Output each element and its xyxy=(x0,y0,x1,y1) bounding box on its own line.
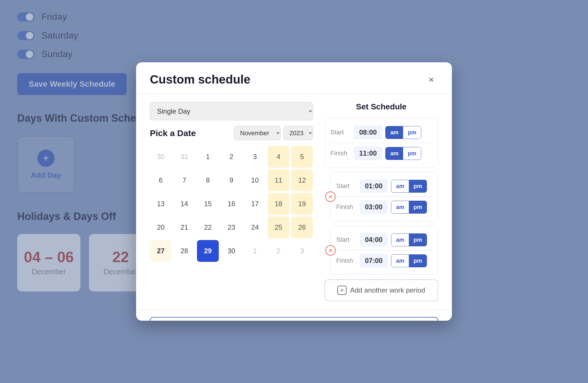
calendar-day[interactable]: 10 xyxy=(244,169,266,191)
schedule-side: Set Schedule Start 08:00 am pm Finish xyxy=(324,102,438,301)
time-block-2: × Start 01:00 am pm Finish 03:00 xyxy=(330,172,438,221)
time-block-1: Start 08:00 am pm Finish 11:00 am pm xyxy=(324,118,438,167)
am-button-start-2[interactable]: am xyxy=(391,180,409,192)
calendar-day[interactable]: 1 xyxy=(197,146,219,168)
calendar-day[interactable]: 27 xyxy=(150,240,172,262)
calendar-day[interactable]: 6 xyxy=(150,169,172,191)
pm-button-finish-2[interactable]: pm xyxy=(409,201,427,213)
calendar-day[interactable]: 18 xyxy=(268,193,289,215)
time-row-finish-2: Finish 03:00 am pm xyxy=(336,198,432,216)
calendar-day[interactable]: 23 xyxy=(220,216,242,238)
calendar-day[interactable]: 17 xyxy=(244,193,266,215)
pm-button-start-3[interactable]: pm xyxy=(409,234,427,246)
calendar-day[interactable]: 16 xyxy=(220,193,242,215)
start-time-2[interactable]: 01:00 xyxy=(360,179,388,193)
calendar-side: Single Day Date Range Weekly Pick a Date… xyxy=(150,102,313,301)
am-pm-group-start-2: am pm xyxy=(391,180,427,193)
am-pm-group-start-1: am pm xyxy=(385,126,421,139)
calendar-day[interactable]: 22 xyxy=(197,216,219,238)
modal-header: Custom schedule × xyxy=(136,62,452,94)
add-work-period-label: Add another work period xyxy=(350,286,425,294)
add-work-period-icon: + xyxy=(337,286,347,295)
calendar-day[interactable]: 11 xyxy=(268,169,289,191)
calendar-day[interactable]: 2 xyxy=(220,146,242,168)
calendar-day[interactable]: 20 xyxy=(150,216,172,238)
start-time-3[interactable]: 04:00 xyxy=(360,233,388,247)
finish-label-3: Finish xyxy=(336,257,356,264)
am-pm-group-finish-3: am pm xyxy=(391,254,427,267)
calendar-day[interactable]: 9 xyxy=(220,169,242,191)
pick-date-label: Pick a Date xyxy=(150,128,196,138)
modal-body: Single Day Date Range Weekly Pick a Date… xyxy=(136,94,452,310)
calendar-day[interactable]: 4 xyxy=(268,146,289,168)
year-select[interactable]: 202220232024 xyxy=(283,126,313,140)
time-block-3: × Start 04:00 am pm Finish 07:00 xyxy=(330,226,438,275)
calendar-day[interactable]: 30 xyxy=(150,146,172,168)
am-pm-group-finish-1: am pm xyxy=(385,147,421,160)
calendar-day[interactable]: 26 xyxy=(291,216,313,238)
calendar-day[interactable]: 7 xyxy=(173,169,195,191)
time-row-start-2: Start 01:00 am pm xyxy=(336,177,432,195)
calendar-day[interactable]: 13 xyxy=(150,193,172,215)
calendar-day[interactable]: 24 xyxy=(244,216,266,238)
am-button-start-1[interactable]: am xyxy=(386,126,403,139)
calendar-day[interactable]: 21 xyxy=(173,216,195,238)
time-row-finish-3: Finish 07:00 am pm xyxy=(336,252,432,270)
save-schedule-button[interactable]: Save Schedule xyxy=(150,317,438,321)
start-time-1[interactable]: 08:00 xyxy=(354,125,382,139)
calendar-day[interactable]: 19 xyxy=(291,193,313,215)
calendar-day[interactable]: 3 xyxy=(244,146,266,168)
calendar-day[interactable]: 15 xyxy=(197,193,219,215)
am-button-finish-3[interactable]: am xyxy=(391,255,409,267)
finish-label-2: Finish xyxy=(336,203,356,211)
start-label-2: Start xyxy=(336,182,356,190)
modal-title: Custom schedule xyxy=(150,73,250,86)
pm-button-start-2[interactable]: pm xyxy=(409,180,427,192)
finish-time-2[interactable]: 03:00 xyxy=(360,200,388,214)
time-row-start-1: Start 08:00 am pm xyxy=(330,123,432,142)
calendar-day[interactable]: 8 xyxy=(197,169,219,191)
add-work-period-button[interactable]: + Add another work period xyxy=(324,279,438,301)
remove-block-2-button[interactable]: × xyxy=(325,192,336,202)
custom-schedule-modal: Custom schedule × Single Day Date Range … xyxy=(136,62,452,321)
calendar-day[interactable]: 31 xyxy=(173,146,195,168)
calendar-day[interactable]: 5 xyxy=(291,146,313,168)
calendar-grid: 3031123456789101112131415161718192021222… xyxy=(150,146,313,262)
calendar-day[interactable]: 29 xyxy=(197,240,219,262)
calendar-day[interactable]: 2 xyxy=(268,240,289,262)
month-select[interactable]: JanuaryFebruaryMarch AprilMayJune JulyAu… xyxy=(234,126,281,140)
start-label-3: Start xyxy=(336,236,356,243)
finish-time-1[interactable]: 11:00 xyxy=(354,146,382,160)
set-schedule-title: Set Schedule xyxy=(324,102,438,111)
am-pm-group-start-3: am pm xyxy=(391,233,427,246)
start-label-1: Start xyxy=(330,129,351,136)
remove-block-3-button[interactable]: × xyxy=(325,245,336,256)
pm-button-finish-3[interactable]: pm xyxy=(409,255,427,267)
time-row-start-3: Start 04:00 am pm xyxy=(336,231,432,249)
modal-footer: Save Schedule xyxy=(136,310,452,321)
pm-button-finish-1[interactable]: pm xyxy=(403,147,421,160)
calendar-day[interactable]: 1 xyxy=(244,240,266,262)
finish-label-1: Finish xyxy=(330,150,351,157)
calendar-day[interactable]: 12 xyxy=(291,169,313,191)
date-picker-header: Pick a Date JanuaryFebruaryMarch AprilMa… xyxy=(150,126,313,140)
calendar-day[interactable]: 3 xyxy=(291,240,313,262)
am-button-finish-2[interactable]: am xyxy=(391,201,409,213)
pm-button-start-1[interactable]: pm xyxy=(403,126,421,139)
am-button-start-3[interactable]: am xyxy=(391,234,409,246)
calendar-day[interactable]: 28 xyxy=(173,240,195,262)
finish-time-3[interactable]: 07:00 xyxy=(360,254,388,268)
time-row-finish-1: Finish 11:00 am pm xyxy=(330,144,432,163)
modal-overlay: Custom schedule × Single Day Date Range … xyxy=(0,0,588,383)
month-year-selects: JanuaryFebruaryMarch AprilMayJune JulyAu… xyxy=(234,126,313,140)
calendar-day[interactable]: 30 xyxy=(220,240,242,262)
am-pm-group-finish-2: am pm xyxy=(391,201,427,214)
am-button-finish-1[interactable]: am xyxy=(386,147,403,160)
calendar-day[interactable]: 25 xyxy=(268,216,289,238)
schedule-type-select[interactable]: Single Day Date Range Weekly xyxy=(150,102,313,120)
modal-close-button[interactable]: × xyxy=(424,73,438,86)
calendar-day[interactable]: 14 xyxy=(173,193,195,215)
